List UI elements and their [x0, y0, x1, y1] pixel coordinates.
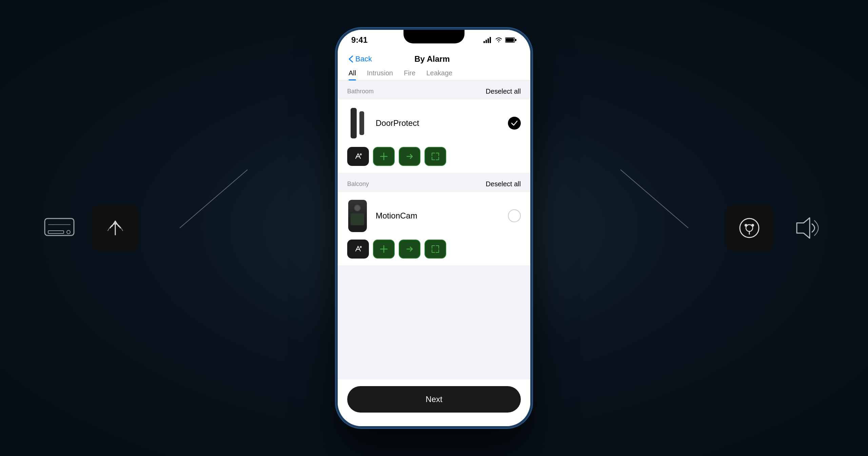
add-button[interactable]: [373, 147, 395, 166]
nav-bar: Back By Alarm All Intrusion Fire: [338, 50, 530, 81]
doorprotect-checkbox[interactable]: [508, 117, 521, 130]
bathroom-label: Bathroom: [347, 88, 374, 95]
signal-icon: [484, 37, 492, 43]
doorprotect-card: DoorProtect: [338, 99, 530, 173]
svg-rect-20: [490, 37, 491, 43]
socket-box-icon: [726, 204, 773, 252]
svg-rect-5: [48, 231, 64, 233]
balcony-header: Balcony Deselect all: [338, 173, 530, 192]
svg-point-13: [745, 224, 747, 227]
back-label: Back: [355, 55, 372, 63]
svg-rect-19: [488, 38, 489, 43]
svg-rect-18: [486, 40, 487, 43]
doorprotect-actions: [347, 147, 521, 166]
svg-point-12: [746, 225, 753, 231]
svg-point-27: [360, 246, 362, 248]
status-icons: [484, 37, 517, 43]
motioncam-image: [347, 199, 368, 233]
tab-bar: All Intrusion Fire Leakage: [349, 69, 519, 80]
keypad-icon: [44, 218, 75, 238]
arrow-button[interactable]: [399, 147, 420, 166]
wifi-icon: [495, 37, 502, 43]
next-label: Next: [426, 395, 442, 404]
balcony-deselect-button[interactable]: Deselect all: [486, 180, 521, 188]
back-button[interactable]: Back: [349, 55, 372, 63]
bathroom-header: Bathroom Deselect all: [338, 81, 530, 99]
next-button[interactable]: Next: [347, 386, 521, 413]
balcony-label: Balcony: [347, 180, 369, 188]
svg-line-0: [180, 170, 248, 228]
svg-point-11: [740, 218, 759, 238]
svg-marker-16: [797, 218, 810, 238]
battery-icon: [505, 37, 517, 43]
svg-rect-23: [515, 39, 516, 41]
status-bar: 9:41: [338, 30, 530, 50]
tab-all[interactable]: All: [349, 69, 356, 80]
tab-leakage[interactable]: Leakage: [426, 69, 452, 80]
svg-point-14: [751, 224, 754, 227]
svg-rect-4: [45, 218, 74, 235]
back-chevron-icon: [349, 55, 353, 63]
motion-button[interactable]: [347, 147, 369, 166]
svg-line-9: [112, 221, 115, 226]
phone-mockup: 9:41: [336, 28, 532, 428]
svg-rect-17: [484, 41, 485, 43]
bottom-bar: Next: [338, 379, 530, 426]
motioncam-motion-button[interactable]: [347, 240, 369, 259]
svg-point-6: [67, 230, 70, 234]
svg-point-24: [360, 153, 362, 155]
doorprotect-image: [347, 106, 368, 140]
bathroom-deselect-button[interactable]: Deselect all: [486, 88, 521, 95]
motioncam-add-button[interactable]: [373, 240, 395, 259]
page-title: By Alarm: [414, 54, 450, 64]
motioncam-checkbox[interactable]: [508, 209, 521, 222]
motioncam-name: MotionCam: [376, 211, 417, 221]
expand-button[interactable]: [425, 147, 446, 166]
tab-intrusion[interactable]: Intrusion: [367, 69, 393, 80]
motioncam-expand-button[interactable]: [425, 240, 446, 259]
motioncam-card: MotionCam: [338, 192, 530, 265]
motioncam-actions: [347, 240, 521, 259]
speaker-icon: [790, 214, 824, 242]
svg-line-1: [620, 170, 688, 228]
svg-line-10: [115, 221, 119, 226]
detector-box-icon: [92, 204, 139, 252]
status-time: 9:41: [351, 35, 368, 45]
balcony-section: Balcony Deselect all: [338, 173, 530, 265]
svg-rect-22: [506, 38, 514, 42]
notch: [403, 30, 465, 43]
content-area: Bathroom Deselect all: [338, 81, 530, 379]
motioncam-arrow-button[interactable]: [399, 240, 420, 259]
doorprotect-name: DoorProtect: [376, 118, 419, 128]
bathroom-section: Bathroom Deselect all: [338, 81, 530, 173]
empty-space: [338, 266, 530, 368]
tab-fire[interactable]: Fire: [404, 69, 415, 80]
